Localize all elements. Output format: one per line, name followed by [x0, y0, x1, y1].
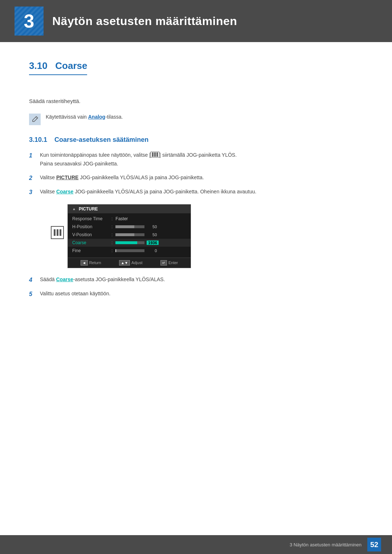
chapter-number: 3	[24, 10, 34, 32]
jog-bar-3	[60, 229, 61, 236]
pencil-icon	[31, 116, 38, 123]
section-number: 3.10	[29, 60, 48, 71]
step-3: 3 Valitse Coarse JOG-painikkeella YLÖS/A…	[29, 188, 363, 197]
osd-menu-items: Response Time : Faster H-Position :	[68, 213, 191, 256]
osd-arrow-up: ▲	[72, 207, 76, 211]
osd-btn-return-label: Return	[89, 260, 101, 265]
footer-page-number: 52	[367, 538, 381, 551]
subsection-name: Coarse-asetuksen säätäminen	[54, 136, 148, 143]
osd-bar-coarse: 1936	[115, 241, 158, 245]
subsection-number: 3.10.1	[29, 136, 47, 143]
coarse-keyword-3: Coarse	[56, 189, 73, 194]
osd-footer-enter: ↵ Enter	[160, 260, 178, 266]
svg-line-0	[36, 117, 37, 119]
note-text: Käytettävissä vain Analog-tilassa.	[46, 113, 123, 121]
step-2-content: Valitse PICTURE JOG-painikkeella YLÖS/AL…	[40, 173, 204, 182]
osd-bar-fine-track	[115, 249, 144, 252]
osd-label-h-position: H-Position	[72, 224, 109, 229]
osd-btn-return-icon: ◄	[81, 260, 88, 266]
osd-title-bar: ▲ PICTURE	[68, 205, 191, 213]
note-highlight: Analog	[88, 114, 105, 120]
note-icon	[29, 114, 41, 125]
osd-bar-v-fill	[115, 233, 134, 236]
osd-num-v: 50	[147, 233, 157, 237]
section-name: Coarse	[55, 60, 87, 71]
subsection-title: 3.10.1 Coarse-asetuksen säätäminen	[29, 136, 363, 144]
main-content: 3.10 Coarse Säädä rasteritiheyttä. Käyte…	[0, 42, 392, 340]
osd-item-h-position: H-Position : 50	[68, 223, 191, 231]
step-1: 1 Kun toimintonäppäinopas tulee näyttöön…	[29, 151, 363, 168]
picture-keyword: PICTURE	[56, 175, 78, 180]
osd-bar-v-track	[115, 233, 144, 236]
note-box: Käytettävissä vain Analog-tilassa.	[29, 113, 363, 125]
osd-btn-adjust-label: Adjust	[131, 260, 143, 265]
chapter-title: Näytön asetusten määrittäminen	[52, 15, 237, 28]
osd-num-h: 50	[147, 225, 157, 229]
section-title: 3.10 Coarse	[29, 60, 87, 75]
step-5: 5 Valittu asetus otetaan käyttöön.	[29, 290, 363, 299]
osd-btn-adjust-icon: ▲▼	[119, 260, 130, 266]
osd-bar-v: 50	[115, 233, 157, 237]
step-number-2: 2	[29, 173, 40, 183]
osd-footer-return: ◄ Return	[81, 260, 101, 266]
osd-bar-h-fill	[115, 225, 134, 228]
step-4: 4 Säädä Coarse-asetusta JOG-painikkeella…	[29, 275, 363, 285]
osd-item-response-time: Response Time : Faster	[68, 215, 191, 223]
jog-bar-1	[54, 229, 56, 236]
osd-btn-enter-label: Enter	[168, 260, 178, 265]
step-1-content: Kun toimintonäppäinopas tulee näyttöön, …	[40, 151, 237, 168]
jog-bar-2	[57, 229, 58, 236]
osd-num-fine: 0	[147, 249, 157, 253]
osd-illustration: ▲ PICTURE Response Time : Faster H-Posit…	[29, 204, 363, 268]
osd-bar-fine-fill	[115, 249, 116, 252]
chapter-number-box: 3	[15, 7, 44, 36]
step-number-5: 5	[29, 290, 40, 299]
osd-title: PICTURE	[79, 206, 98, 212]
osd-value-response-time: Faster	[115, 216, 128, 221]
osd-item-v-position: V-Position : 50	[68, 231, 191, 239]
jog-symbol	[151, 152, 159, 157]
step-number-1: 1	[29, 151, 40, 160]
step-3-content: Valitse Coarse JOG-painikkeella YLÖS/ALA…	[40, 188, 256, 196]
osd-num-coarse: 1936	[147, 241, 158, 245]
osd-label-fine: Fine	[72, 248, 109, 253]
osd-container: ▲ PICTURE Response Time : Faster H-Posit…	[51, 204, 363, 268]
osd-bar-h: 50	[115, 225, 157, 229]
osd-bar-coarse-fill	[115, 241, 137, 244]
osd-label-coarse: Coarse	[72, 240, 109, 245]
osd-item-fine: Fine : 0	[68, 247, 191, 255]
step-number-4: 4	[29, 275, 40, 285]
osd-label-response-time: Response Time	[72, 216, 109, 221]
osd-footer: ◄ Return ▲▼ Adjust ↵ Enter	[68, 258, 191, 268]
page-footer: 3 Näytön asetusten määrittäminen 52	[0, 535, 392, 554]
osd-label-v-position: V-Position	[72, 232, 109, 237]
step-4-content: Säädä Coarse-asetusta JOG-painikkeella Y…	[40, 275, 165, 284]
osd-item-coarse: Coarse : 1936	[68, 239, 191, 247]
jog-icon	[51, 226, 64, 239]
jog-icon-inner	[54, 229, 61, 236]
step-5-content: Valittu asetus otetaan käyttöön.	[40, 290, 110, 298]
step-number-3: 3	[29, 188, 40, 197]
section-heading: 3.10 Coarse	[29, 60, 363, 86]
page-header: 3 Näytön asetusten määrittäminen	[0, 0, 392, 42]
step-2: 2 Valitse PICTURE JOG-painikkeella YLÖS/…	[29, 173, 363, 183]
footer-text: 3 Näytön asetusten määrittäminen	[290, 542, 362, 547]
osd-btn-enter-icon: ↵	[160, 260, 167, 266]
intro-text: Säädä rasteritiheyttä.	[29, 97, 363, 106]
osd-bar-fine: 0	[115, 249, 157, 253]
osd-bar-h-track	[115, 225, 144, 228]
osd-panel: ▲ PICTURE Response Time : Faster H-Posit…	[68, 204, 191, 268]
osd-bar-coarse-track	[115, 241, 144, 244]
steps-list: 1 Kun toimintonäppäinopas tulee näyttöön…	[29, 151, 363, 299]
coarse-keyword-4: Coarse	[56, 276, 73, 282]
osd-footer-adjust: ▲▼ Adjust	[119, 260, 142, 266]
